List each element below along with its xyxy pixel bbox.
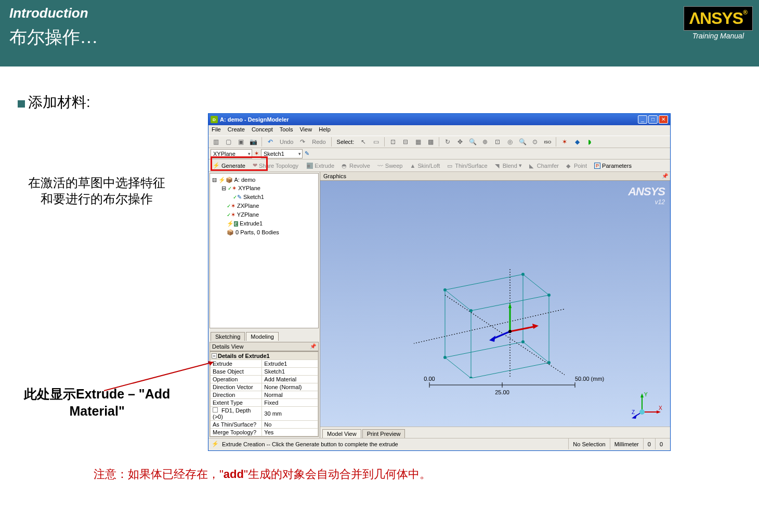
tree-extrude1[interactable]: Extrude1 — [240, 220, 263, 227]
sel-pointer-icon[interactable]: ↖ — [358, 137, 369, 147]
minimize-button[interactable]: _ — [638, 115, 647, 124]
sel-box-icon[interactable]: ▭ — [371, 137, 381, 147]
select-label: Select: — [335, 139, 357, 145]
svg-line-17 — [445, 295, 565, 378]
slide-kicker: Introduction — [9, 5, 750, 21]
undo-label[interactable]: Undo — [278, 139, 295, 145]
tree-outline[interactable]: ⊟ ⚡📦 A: demo ⊟ ✓✶ XYPlane ✓✎ Sketch1 ✓✶ … — [210, 173, 319, 328]
annotation-select-feature: 在激活的草图中选择特征和要进行的布尔操作 — [28, 175, 165, 207]
svg-point-8 — [443, 288, 447, 291]
svg-text:Y: Y — [644, 392, 648, 397]
svg-line-16 — [414, 305, 565, 347]
status-selection: No Selection — [568, 438, 609, 449]
dv-v-3[interactable]: None (Normal) — [262, 383, 318, 391]
dv-k-6[interactable]: FD1, Depth (>0) — [211, 407, 262, 421]
tree-sketch1[interactable]: Sketch1 — [243, 194, 264, 200]
dv-v-8[interactable]: Yes — [262, 429, 318, 436]
dv-v-7[interactable]: No — [262, 421, 318, 429]
filter-vertex-icon[interactable]: ⊡ — [388, 137, 398, 147]
generate-highlight-box — [211, 156, 268, 171]
menu-concept[interactable]: Concept — [252, 126, 273, 132]
extrude-button[interactable]: ■Extrude — [304, 162, 337, 170]
view-iso-icon[interactable]: ISO — [542, 137, 553, 147]
view-lookat-icon[interactable]: ◎ — [505, 137, 515, 147]
details-view[interactable]: −Details of Extrude1 ExtrudeExtrude1 Bas… — [210, 351, 319, 437]
toolbar-sketch-plane: XYPlane ✶ Sketch1 ✎ — [208, 148, 670, 159]
svg-line-7 — [445, 357, 471, 378]
graphics-pin-icon[interactable]: 📌 — [662, 173, 668, 179]
view-zoombox-icon[interactable]: ⊡ — [492, 137, 503, 147]
tool-open-icon[interactable]: ▢ — [223, 137, 233, 147]
svg-text:25.00: 25.00 — [495, 389, 509, 395]
tab-print-preview[interactable]: Print Preview — [362, 429, 405, 438]
tree-tabs: Sketching Modeling — [208, 329, 320, 341]
toolbar-features: ⚡Generate ❤Share Topology ■Extrude ◓Revo… — [208, 159, 670, 172]
display-icon[interactable]: ◆ — [572, 137, 582, 147]
dv-v-6[interactable]: 30 mm — [262, 407, 318, 421]
maximize-button[interactable]: □ — [648, 115, 658, 124]
plane-icon[interactable]: ✶ — [559, 137, 570, 147]
sweep-button[interactable]: 〰Sweep — [374, 162, 406, 170]
redo-label[interactable]: Redo — [310, 139, 328, 145]
pin-icon[interactable]: 📌 — [310, 343, 316, 349]
filter-body-icon[interactable]: ▩ — [425, 137, 436, 147]
triad-icon[interactable]: Y X Z — [632, 391, 663, 419]
filter-edge-icon[interactable]: ⊟ — [400, 137, 411, 147]
dv-v-0[interactable]: Extrude1 — [262, 360, 318, 368]
dv-k-7[interactable]: As Thin/Surface? — [211, 421, 262, 429]
point-button[interactable]: ◆Point — [563, 162, 590, 170]
app-icon: D — [211, 116, 218, 123]
dv-v-1[interactable]: Sketch1 — [262, 368, 318, 376]
tab-model-view[interactable]: Model View — [322, 429, 361, 438]
tree-yzplane[interactable]: YZPlane — [237, 211, 259, 218]
details-group: −Details of Extrude1 — [211, 352, 318, 360]
status-message: Extrude Creation -- Click the Generate b… — [222, 441, 398, 447]
undo-icon[interactable]: ↶ — [265, 137, 276, 147]
filter-face-icon[interactable]: ▦ — [413, 137, 423, 147]
view-prev-icon[interactable]: 🔍 — [517, 137, 528, 147]
tool-save-icon[interactable]: ▣ — [235, 137, 246, 147]
tool-new-icon[interactable]: ▥ — [211, 137, 221, 147]
skinloft-button[interactable]: ▲Skin/Loft — [407, 162, 443, 170]
dv-k-8[interactable]: Merge Topology? — [211, 429, 262, 436]
view-pan-icon[interactable]: ✥ — [455, 137, 465, 147]
titlebar[interactable]: D A: demo - DesignModeler _ □ ✕ — [208, 114, 670, 125]
thinsurface-button[interactable]: ▭Thin/Surface — [444, 162, 490, 170]
svg-marker-20 — [508, 303, 512, 308]
svg-marker-40 — [632, 415, 637, 419]
ruler-icon[interactable]: ◗ — [584, 137, 595, 147]
tree-root[interactable]: A: demo — [234, 177, 256, 183]
menu-help[interactable]: Help — [319, 126, 331, 132]
view-next-icon[interactable]: ⊙ — [530, 137, 540, 147]
dv-v-2[interactable]: Add Material — [262, 376, 318, 383]
svg-point-10 — [521, 340, 525, 343]
chamfer-button[interactable]: ◣Chamfer — [526, 162, 562, 170]
menubar: File Create Concept Tools View Help — [208, 125, 670, 136]
tree-zxplane[interactable]: ZXPlane — [237, 203, 259, 209]
view-zoom-icon[interactable]: 🔍 — [467, 137, 478, 147]
svg-point-14 — [547, 361, 551, 364]
blend-button[interactable]: ◥Blend ▾ — [492, 161, 525, 170]
tree-parts[interactable]: 0 Parts, 0 Bodies — [235, 229, 279, 235]
dv-k-5[interactable]: Extent Type — [211, 399, 262, 407]
close-button[interactable]: ✕ — [659, 115, 668, 124]
dv-v-5[interactable]: Fixed — [262, 399, 318, 407]
menu-tools[interactable]: Tools — [280, 126, 293, 132]
new-sketch-icon[interactable]: ✎ — [305, 150, 309, 157]
tree-xyplane[interactable]: XYPlane — [238, 185, 260, 191]
view-zoomfit-icon[interactable]: ⊕ — [480, 137, 490, 147]
graphics-viewport[interactable]: ANSYSv12 — [320, 181, 670, 427]
view-rotate-icon[interactable]: ↻ — [442, 137, 453, 147]
menu-create[interactable]: Create — [228, 126, 245, 132]
tab-modeling[interactable]: Modeling — [246, 332, 279, 341]
tool-camera-icon[interactable]: 📷 — [248, 137, 258, 147]
redo-icon[interactable]: ↷ — [297, 137, 308, 147]
revolve-button[interactable]: ◓Revolve — [338, 162, 373, 170]
dv-v-4[interactable]: Normal — [262, 391, 318, 399]
window-title: A: demo - DesignModeler — [220, 116, 638, 123]
menu-file[interactable]: File — [212, 126, 221, 132]
tab-sketching[interactable]: Sketching — [211, 332, 245, 341]
menu-view[interactable]: View — [299, 126, 312, 132]
parameters-button[interactable]: PParameters — [591, 162, 635, 170]
bottom-tabs: Model View Print Preview — [320, 427, 670, 438]
